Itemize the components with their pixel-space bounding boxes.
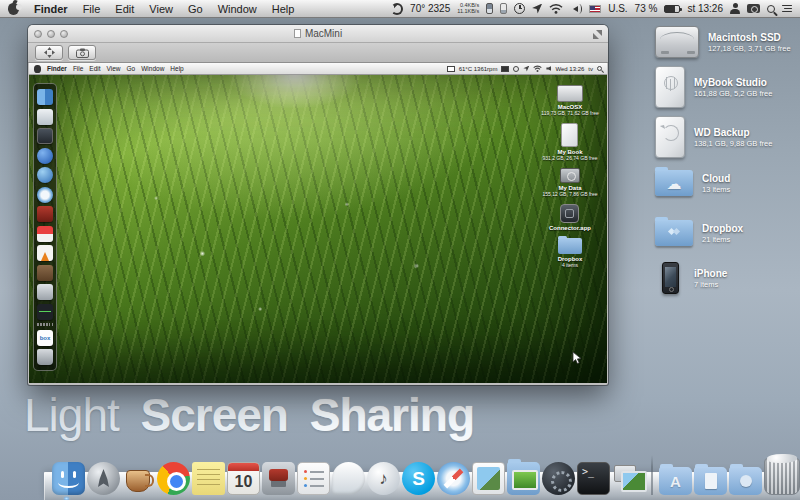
icon-sub: 13 items — [702, 185, 730, 194]
dock-applications-stack[interactable]: A — [659, 467, 692, 495]
dock-trash-icon[interactable] — [764, 458, 800, 495]
remote-icon-my-book[interactable]: My Book 931,2 GB, 26,74 GB free — [542, 123, 597, 161]
dock-utility-icon[interactable] — [262, 462, 295, 495]
resize-icon[interactable] — [593, 30, 602, 39]
remote-spotlight-icon[interactable] — [597, 66, 602, 71]
dock-remote-folder-icon[interactable] — [507, 462, 540, 495]
remote-icon-my-data[interactable]: My Data 155,12 GB, 7,86 GB free — [542, 168, 597, 197]
remote-menu-view[interactable]: View — [107, 65, 121, 72]
net-down: 11.1KB/s — [457, 9, 479, 15]
dock-launchpad-icon[interactable] — [87, 462, 120, 495]
remote-menu-file[interactable]: File — [73, 65, 83, 72]
dock-documents-stack[interactable] — [694, 467, 727, 495]
dock-gear-app-icon[interactable] — [542, 462, 575, 495]
remote-menu-finder[interactable]: Finder — [47, 65, 67, 72]
battery-icon[interactable] — [664, 5, 680, 13]
remote-screen[interactable]: Finder File Edit View Go Window Help 61°… — [29, 63, 607, 383]
flag-us-icon[interactable] — [589, 5, 601, 13]
menu-finder[interactable]: Finder — [34, 3, 68, 15]
remote-dock-screen-sharing-icon[interactable] — [37, 128, 53, 144]
dock-stickies-icon[interactable] — [192, 462, 225, 495]
battery-percent[interactable]: 73 % — [635, 3, 658, 14]
desktop-icon-iphone[interactable]: iPhone 7 items — [655, 262, 727, 294]
desktop-icon-mybook-studio[interactable]: MyBook Studio 161,88 GB, 5,2 GB free — [655, 66, 772, 108]
remote-icon-connector-app[interactable]: Connector.app — [549, 204, 591, 231]
menu-edit[interactable]: Edit — [115, 3, 134, 15]
display-dark-icon[interactable] — [501, 66, 509, 72]
remote-location-icon[interactable] — [523, 66, 529, 72]
camera-icon[interactable] — [747, 4, 760, 13]
desktop-icon-dropbox[interactable]: Dropbox 21 items — [655, 220, 743, 246]
remote-dock-trash-icon[interactable] — [37, 349, 53, 365]
dock-skype-icon[interactable]: S — [402, 462, 435, 495]
remote-dock-safari-icon[interactable] — [37, 187, 53, 203]
dock-reminders-icon[interactable] — [297, 462, 330, 495]
remote-dock-finder-icon[interactable] — [37, 89, 53, 105]
menu-help[interactable]: Help — [272, 3, 295, 15]
usb-drive-icon — [655, 66, 685, 108]
menubar-clock[interactable]: st 13:26 — [687, 3, 723, 14]
input-source-label[interactable]: U.S. — [608, 3, 627, 14]
volume-icon[interactable] — [570, 4, 582, 14]
remote-clock-icon[interactable] — [513, 66, 519, 72]
remote-clock-text[interactable]: Wed 13:26 — [555, 66, 584, 72]
dock-calendar-icon[interactable]: 10 — [227, 462, 260, 495]
notification-list-icon[interactable] — [782, 5, 792, 13]
remote-dock-itunes-icon[interactable] — [37, 148, 53, 164]
menu-view[interactable]: View — [149, 3, 173, 15]
remote-dock-photos-icon[interactable] — [37, 265, 53, 281]
dock-safari-icon[interactable] — [437, 462, 470, 495]
desktop-icon-cloud[interactable]: ☁ Cloud 13 items — [655, 170, 730, 196]
remote-dock-activity-monitor-icon[interactable] — [37, 304, 53, 320]
network-speed-status[interactable]: 0.4KB/s 11.1KB/s — [457, 3, 479, 14]
spotlight-icon[interactable] — [767, 5, 775, 13]
screen-sync-icon[interactable] — [391, 3, 403, 15]
apple-menu-icon[interactable] — [8, 3, 19, 15]
remote-menu-go[interactable]: Go — [127, 65, 136, 72]
remote-dock-vlc-icon[interactable] — [37, 245, 53, 261]
remote-wifi-icon[interactable] — [533, 65, 542, 72]
desktop-icon-wd-backup[interactable]: WD Backup 138,1 GB, 9,88 GB free — [655, 116, 772, 158]
remote-dock-front-row-icon[interactable] — [37, 206, 53, 222]
icon-label: WD Backup — [694, 127, 772, 139]
menu-window[interactable]: Window — [218, 3, 257, 15]
disk-icon[interactable] — [500, 3, 507, 14]
memory-icon[interactable] — [486, 3, 493, 14]
remote-sensors-status[interactable]: 61°C 1361rpm — [459, 66, 498, 72]
remote-menu-edit[interactable]: Edit — [89, 65, 100, 72]
remote-dock-browser-icon[interactable] — [37, 167, 53, 183]
remote-tv-status[interactable]: tv — [588, 66, 593, 72]
menu-file[interactable]: File — [83, 3, 101, 15]
remote-dock-media-app-icon[interactable] — [37, 226, 53, 242]
remote-volume-icon[interactable] — [546, 66, 551, 71]
remote-icon-macosx[interactable]: MacOSX 119,73 GB, 71,62 GB free — [541, 85, 598, 116]
user-icon[interactable] — [730, 3, 740, 14]
clock-icon[interactable] — [514, 3, 525, 14]
remote-menu-help[interactable]: Help — [170, 65, 183, 72]
dock-chrome-icon[interactable] — [157, 462, 190, 495]
dock-downloads-stack[interactable] — [729, 467, 762, 495]
scale-button[interactable] — [35, 45, 63, 60]
dock-screen-sharing-icon[interactable] — [612, 462, 645, 495]
remote-dock-drive-utility-icon[interactable] — [37, 284, 53, 300]
remote-dock-box-icon[interactable]: box — [37, 330, 53, 346]
menu-go[interactable]: Go — [188, 3, 203, 15]
display-icon[interactable] — [447, 66, 455, 72]
remote-menu-window[interactable]: Window — [141, 65, 164, 72]
desktop-icon-macintosh-ssd[interactable]: Macintosh SSD 127,18 GB, 3,71 GB free — [655, 26, 791, 58]
window-titlebar[interactable]: MacMini — [28, 25, 608, 43]
scale-icon — [44, 47, 55, 58]
dock-itunes-icon[interactable]: ♪ — [367, 462, 400, 495]
dock-preview-icon[interactable] — [472, 462, 505, 495]
remote-apple-menu-icon[interactable] — [34, 65, 41, 73]
dock-messages-icon[interactable] — [332, 462, 365, 495]
dock-terminal-icon[interactable]: >_ — [577, 462, 610, 495]
dock-finder-icon[interactable] — [52, 462, 85, 495]
dock-espresso-icon[interactable] — [122, 462, 155, 495]
weather-status[interactable]: 70° 2325 — [410, 3, 450, 14]
screenshot-button[interactable] — [68, 45, 96, 60]
location-icon[interactable] — [532, 4, 542, 14]
wifi-icon[interactable] — [549, 3, 563, 14]
remote-icon-dropbox[interactable]: Dropbox 4 items — [558, 238, 583, 268]
remote-dock-preview-icon[interactable] — [37, 109, 53, 125]
